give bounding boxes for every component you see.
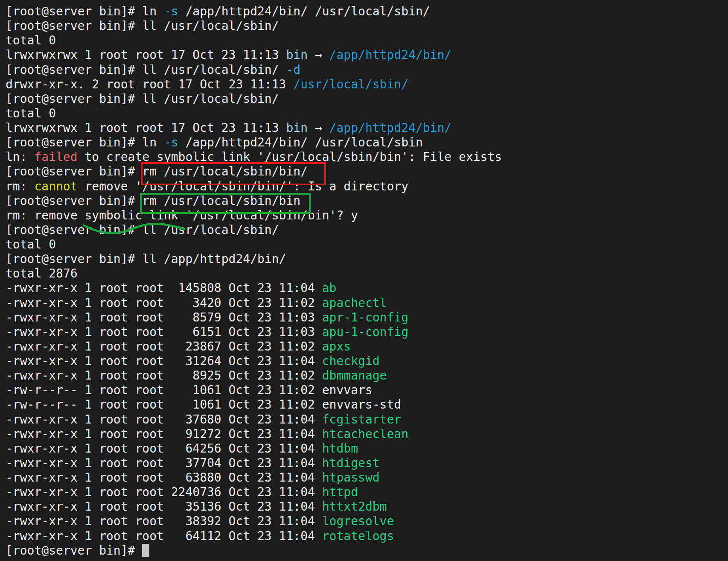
terminal-line-19: total 2876 [6, 266, 502, 281]
terminal-line-12: [root@server bin]# rm /usr/local/sbin/bi… [6, 164, 502, 179]
terminal-line-29: -rwxr-xr-x 1 root root 37680 Oct 23 11:0… [6, 412, 502, 427]
text-segment: fcgistarter [322, 412, 401, 427]
text-segment: -rwxr-xr-x 1 root root 64256 Oct 23 11:0… [6, 441, 322, 456]
text-segment: -s [164, 135, 178, 149]
terminal-line-4: lrwxrwxrwx 1 root root 17 Oct 23 11:13 b… [6, 48, 502, 62]
text-segment: /app/httpd24/bin/ /usr/local/sbin [178, 135, 423, 149]
text-segment: total 2876 [6, 266, 78, 280]
text-segment: failed [34, 150, 77, 164]
terminal-line-5: [root@server bin]# ll /usr/local/sbin/ -… [6, 63, 502, 77]
terminal-line-18: [root@server bin]# ll /app/httpd24/bin/ [6, 252, 502, 266]
text-segment: -rwxr-xr-x 1 root root 2240736 Oct 23 11… [6, 485, 322, 499]
text-segment: -rwxr-xr-x 1 root root 37680 Oct 23 11:0… [6, 412, 322, 427]
text-segment: /usr/local/sbin/ [293, 77, 408, 91]
terminal-output: [root@server bin]# ln -s /app/httpd24/bi… [6, 4, 502, 558]
text-segment: [root@server bin]# ln [6, 4, 164, 18]
text-segment: lrwxrwxrwx 1 root root 17 Oct 23 11:13 [6, 121, 286, 135]
terminal-line-31: -rwxr-xr-x 1 root root 64256 Oct 23 11:0… [6, 441, 502, 456]
terminal-cursor [142, 544, 149, 557]
text-segment: /app/httpd24/bin/ [329, 48, 452, 62]
text-segment: to create symbolic link '/usr/local/sbin… [78, 150, 502, 164]
terminal-line-27: -rw-r--r-- 1 root root 1061 Oct 23 11:02… [6, 383, 502, 397]
terminal-line-28: -rw-r--r-- 1 root root 1061 Oct 23 11:02… [6, 397, 502, 412]
text-segment: rotatelogs [322, 529, 394, 543]
text-segment: ln: [6, 150, 34, 164]
text-segment: checkgid [322, 354, 380, 368]
text-segment: logresolve [322, 514, 394, 528]
text-segment: total 0 [6, 237, 56, 251]
terminal-line-20: -rwxr-xr-x 1 root root 145808 Oct 23 11:… [6, 281, 502, 295]
terminal-line-25: -rwxr-xr-x 1 root root 31264 Oct 23 11:0… [6, 354, 502, 368]
terminal-line-15: rm: remove symbolic link '/usr/local/sbi… [6, 208, 502, 223]
terminal-line-36: -rwxr-xr-x 1 root root 38392 Oct 23 11:0… [6, 514, 502, 529]
text-segment: cannot [34, 179, 77, 193]
terminal-line-13: rm: cannot remove '/usr/local/sbin/bin/'… [6, 179, 502, 194]
terminal-line-6: drwxr-xr-x. 2 root root 17 Oct 23 11:13 … [6, 77, 502, 92]
terminal-line-3: total 0 [6, 33, 502, 48]
text-segment: -rwxr-xr-x 1 root root 31264 Oct 23 11:0… [6, 354, 322, 368]
terminal-line-33: -rwxr-xr-x 1 root root 63880 Oct 23 11:0… [6, 470, 502, 485]
terminal-line-30: -rwxr-xr-x 1 root root 91272 Oct 23 11:0… [6, 427, 502, 441]
text-segment: apxs [322, 339, 351, 354]
text-segment: -rwxr-xr-x 1 root root 23867 Oct 23 11:0… [6, 339, 322, 354]
text-segment: -rwxr-xr-x 1 root root 145808 Oct 23 11:… [6, 281, 322, 295]
text-segment: -rwxr-xr-x 1 root root 8925 Oct 23 11:02 [6, 368, 322, 383]
terminal-line-26: -rwxr-xr-x 1 root root 8925 Oct 23 11:02… [6, 368, 502, 383]
terminal-line-8: total 0 [6, 106, 502, 121]
text-segment: htdigest [322, 456, 380, 470]
text-segment: /app/httpd24/bin/ /usr/local/sbin/ [178, 4, 430, 18]
text-segment: -rwxr-xr-x 1 root root 35136 Oct 23 11:0… [6, 500, 322, 514]
text-segment: [root@server bin]# [6, 543, 142, 558]
text-segment: -rwxr-xr-x 1 root root 3420 Oct 23 11:02 [6, 296, 322, 310]
text-segment: bin [286, 121, 308, 135]
text-segment: [root@server bin]# rm /usr/local/sbin/bi… [6, 164, 308, 178]
text-segment: -rwxr-xr-x 1 root root 64112 Oct 23 11:0… [6, 529, 322, 543]
text-segment: -rwxr-xr-x 1 root root 6151 Oct 23 11:03 [6, 325, 322, 339]
terminal-line-32: -rwxr-xr-x 1 root root 37704 Oct 23 11:0… [6, 456, 502, 470]
text-segment: -rwxr-xr-x 1 root root 63880 Oct 23 11:0… [6, 470, 322, 485]
text-segment: -rwxr-xr-x 1 root root 8579 Oct 23 11:03 [6, 310, 322, 324]
text-segment: lrwxrwxrwx 1 root root 17 Oct 23 11:13 [6, 48, 286, 62]
text-segment: apachectl [322, 296, 387, 310]
terminal-line-38: [root@server bin]# [6, 543, 502, 558]
text-segment: -rwxr-xr-x 1 root root 91272 Oct 23 11:0… [6, 427, 322, 441]
text-segment: ab [322, 281, 337, 295]
text-segment: remove '/usr/local/sbin/bin/': Is a dire… [78, 179, 408, 193]
text-segment: htdbm [322, 441, 358, 456]
text-segment: apu-1-config [322, 325, 408, 339]
text-segment: [root@server bin]# ll /usr/local/sbin/ [6, 63, 286, 77]
text-segment: [root@server bin]# ln [6, 135, 164, 149]
terminal-line-10: [root@server bin]# ln -s /app/httpd24/bi… [6, 135, 502, 150]
terminal-line-24: -rwxr-xr-x 1 root root 23867 Oct 23 11:0… [6, 339, 502, 354]
text-segment: htpasswd [322, 470, 380, 485]
text-segment: bin [286, 48, 308, 62]
text-segment: [root@server bin]# ll /usr/local/sbin/ [6, 19, 279, 33]
text-segment: apr-1-config [322, 310, 408, 324]
text-segment: total 0 [6, 33, 56, 47]
text-segment: -rw-r--r-- 1 root root 1061 Oct 23 11:02… [6, 383, 373, 397]
terminal-line-2: [root@server bin]# ll /usr/local/sbin/ [6, 19, 502, 33]
text-segment: → [308, 121, 329, 135]
text-segment: [root@server bin]# ll /app/httpd24/bin/ [6, 252, 286, 266]
terminal-line-9: lrwxrwxrwx 1 root root 17 Oct 23 11:13 b… [6, 121, 502, 135]
terminal-line-1: [root@server bin]# ln -s /app/httpd24/bi… [6, 4, 502, 19]
terminal-line-37: -rwxr-xr-x 1 root root 64112 Oct 23 11:0… [6, 529, 502, 543]
text-segment: drwxr-xr-x. 2 root root 17 Oct 23 11:13 [6, 77, 293, 91]
terminal-line-35: -rwxr-xr-x 1 root root 35136 Oct 23 11:0… [6, 500, 502, 514]
terminal-line-21: -rwxr-xr-x 1 root root 3420 Oct 23 11:02… [6, 296, 502, 310]
terminal-line-11: ln: failed to create symbolic link '/usr… [6, 150, 502, 164]
text-segment: rm: [6, 179, 34, 193]
text-segment: httxt2dbm [322, 500, 387, 514]
terminal-line-14: [root@server bin]# rm /usr/local/sbin/bi… [6, 194, 502, 208]
text-segment: /app/httpd24/bin/ [329, 121, 452, 135]
text-segment: -s [164, 4, 178, 18]
text-segment: rm: remove symbolic link '/usr/local/sbi… [6, 208, 358, 222]
text-segment: [root@server bin]# ll /usr/local/sbin/ [6, 92, 279, 106]
text-segment: htcacheclean [322, 427, 408, 441]
terminal[interactable]: [root@server bin]# ln -s /app/httpd24/bi… [0, 0, 728, 561]
text-segment: httpd [322, 485, 358, 499]
terminal-line-16: [root@server bin]# ll /usr/local/sbin/ [6, 223, 502, 237]
text-segment: -rw-r--r-- 1 root root 1061 Oct 23 11:02… [6, 397, 401, 412]
text-segment: -rwxr-xr-x 1 root root 37704 Oct 23 11:0… [6, 456, 322, 470]
text-segment: [root@server bin]# ll /usr/local/sbin/ [6, 223, 279, 237]
